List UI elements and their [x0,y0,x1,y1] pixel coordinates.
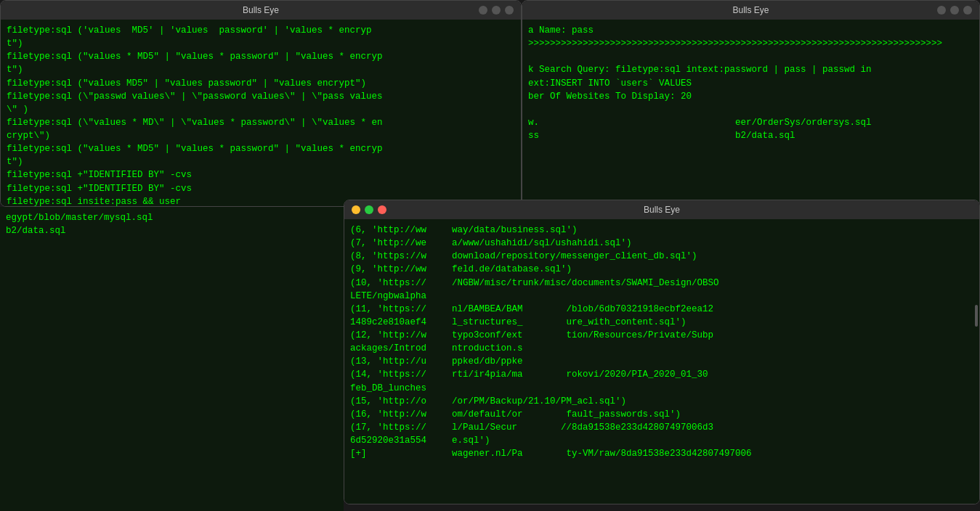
terminal-window-3: Bulls Eye (6, 'http://ww (7, 'http://we … [344,200,980,504]
title-bar-3: Bulls Eye [344,200,979,219]
control-circle-6[interactable] [963,6,972,15]
terminal-content-3[interactable]: (6, 'http://ww (7, 'http://we (8, 'https… [344,219,979,504]
content-left-col: (6, 'http://ww (7, 'http://we (8, 'https… [350,224,452,499]
close-button[interactable] [378,205,386,214]
control-circle-2[interactable] [492,6,501,15]
terminal-content-2[interactable]: a Name: pass >>>>>>>>>>>>>>>>>>>>>>>>>>>… [522,20,979,206]
title-bar-2: Bulls Eye [522,1,979,20]
maximize-button[interactable] [365,205,373,214]
window-controls-dim-2 [937,6,972,15]
content-right-col: way/data/business.sql') a/www/ushahidi/s… [452,224,973,499]
scrollbar[interactable] [975,305,978,327]
window-title-3: Bulls Eye [644,205,680,215]
window-controls-3 [352,205,386,214]
control-circle-5[interactable] [950,6,959,15]
control-circle-3[interactable] [505,6,514,15]
background-terminal: egypt/blob/master/mysql.sql b2/data.sql [0,207,344,511]
window-title-2: Bulls Eye [732,5,769,15]
control-circle-4[interactable] [937,6,946,15]
terminal-window-2: Bulls Eye a Name: pass >>>>>>>>>>>>>>>>>… [522,0,980,207]
terminal-content-1[interactable]: filetype:sql ('values MD5' | 'values pas… [1,20,521,206]
window-title-1: Bulls Eye [243,5,279,15]
terminal-window-1: Bulls Eye filetype:sql ('values MD5' | '… [0,0,522,207]
minimize-button[interactable] [352,205,360,214]
window-controls-dim-1 [479,6,514,15]
title-bar-1: Bulls Eye [1,1,521,20]
control-circle-1[interactable] [479,6,487,15]
